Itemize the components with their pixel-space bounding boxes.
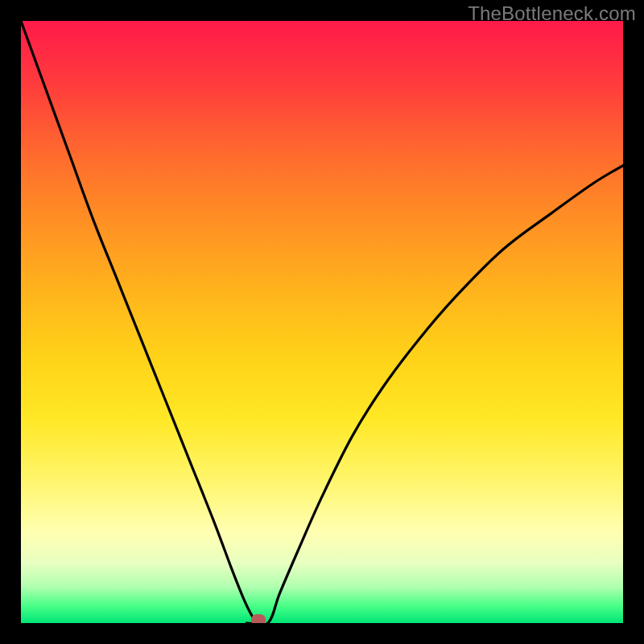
watermark-label: TheBottleneck.com bbox=[468, 2, 636, 25]
curve-path bbox=[21, 21, 623, 623]
bottleneck-curve bbox=[21, 21, 623, 623]
plot-area bbox=[21, 21, 623, 623]
optimum-marker-icon bbox=[251, 614, 266, 623]
chart-frame: TheBottleneck.com bbox=[0, 0, 644, 644]
